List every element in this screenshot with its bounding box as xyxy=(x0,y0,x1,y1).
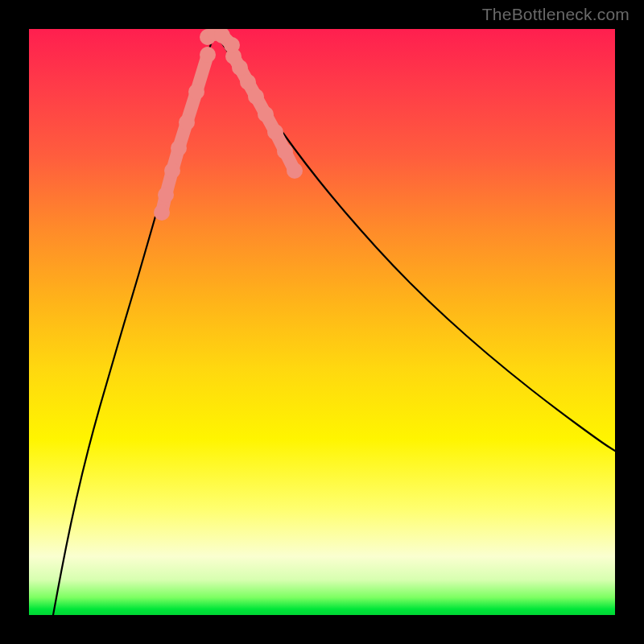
plot-area xyxy=(29,29,615,615)
marker-dot xyxy=(164,163,180,179)
marker-trail-right xyxy=(225,48,303,179)
marker-dot xyxy=(224,37,240,53)
marker-dot xyxy=(158,187,174,203)
chart-svg xyxy=(29,29,615,615)
marker-dot xyxy=(188,84,204,100)
outer-frame: TheBottleneck.com xyxy=(0,0,644,644)
marker-trail-left xyxy=(154,47,216,221)
marker-dot xyxy=(232,60,248,76)
watermark-text: TheBottleneck.com xyxy=(482,5,630,24)
marker-dot xyxy=(248,89,264,105)
marker-dot xyxy=(240,74,256,90)
marker-dot xyxy=(200,47,216,63)
marker-dot xyxy=(267,124,283,140)
marker-dot xyxy=(171,140,187,156)
marker-dot xyxy=(154,204,170,221)
marker-dot xyxy=(179,114,195,130)
curve-right-branch xyxy=(215,33,615,451)
marker-dot xyxy=(287,163,303,179)
marker-dot xyxy=(258,106,274,122)
marker-dot xyxy=(277,143,293,159)
